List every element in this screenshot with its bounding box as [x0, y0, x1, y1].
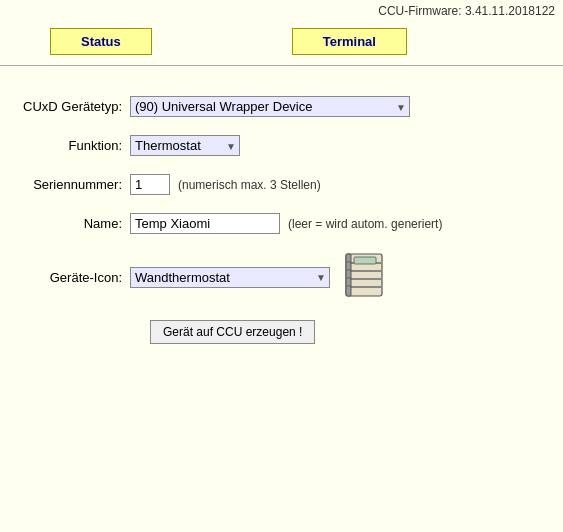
seriennummer-input[interactable] — [130, 174, 170, 195]
geraetetyp-select-wrapper: (90) Universal Wrapper Device — [130, 96, 410, 117]
top-bar: CCU-Firmware: 3.41.11.2018122 — [0, 0, 563, 22]
icon-label: Geräte-Icon: — [20, 270, 130, 285]
create-row: Gerät auf CCU erzeugen ! — [20, 320, 543, 344]
icon-row: Geräte-Icon: Wandthermostat — [20, 252, 543, 302]
funktion-label: Funktion: — [20, 138, 130, 153]
icon-select[interactable]: Wandthermostat — [130, 267, 330, 288]
seriennummer-label: Seriennummer: — [20, 177, 130, 192]
icon-select-wrapper: Wandthermostat — [130, 267, 330, 288]
geraetetyp-select[interactable]: (90) Universal Wrapper Device — [130, 96, 410, 117]
geraetetyp-row: CUxD Gerätetyp: (90) Universal Wrapper D… — [20, 96, 543, 117]
name-hint: (leer = wird autom. generiert) — [288, 217, 442, 231]
name-row: Name: (leer = wird autom. generiert) — [20, 213, 543, 234]
form-area: CUxD Gerätetyp: (90) Universal Wrapper D… — [0, 86, 563, 382]
funktion-select-wrapper: Thermostat — [130, 135, 240, 156]
svg-rect-5 — [346, 254, 351, 296]
create-button[interactable]: Gerät auf CCU erzeugen ! — [150, 320, 315, 344]
name-input[interactable] — [130, 213, 280, 234]
nav-divider — [0, 65, 563, 66]
firmware-version: CCU-Firmware: 3.41.11.2018122 — [378, 4, 555, 18]
seriennummer-hint: (numerisch max. 3 Stellen) — [178, 178, 321, 192]
funktion-row: Funktion: Thermostat — [20, 135, 543, 156]
terminal-button[interactable]: Terminal — [292, 28, 407, 55]
nav-bar: Status Terminal — [0, 22, 563, 61]
thermostat-icon — [342, 252, 386, 302]
status-button[interactable]: Status — [50, 28, 152, 55]
funktion-select[interactable]: Thermostat — [130, 135, 240, 156]
seriennummer-row: Seriennummer: (numerisch max. 3 Stellen) — [20, 174, 543, 195]
geraetetyp-label: CUxD Gerätetyp: — [20, 99, 130, 114]
name-label: Name: — [20, 216, 130, 231]
icon-preview — [342, 252, 386, 302]
svg-rect-10 — [354, 257, 376, 264]
